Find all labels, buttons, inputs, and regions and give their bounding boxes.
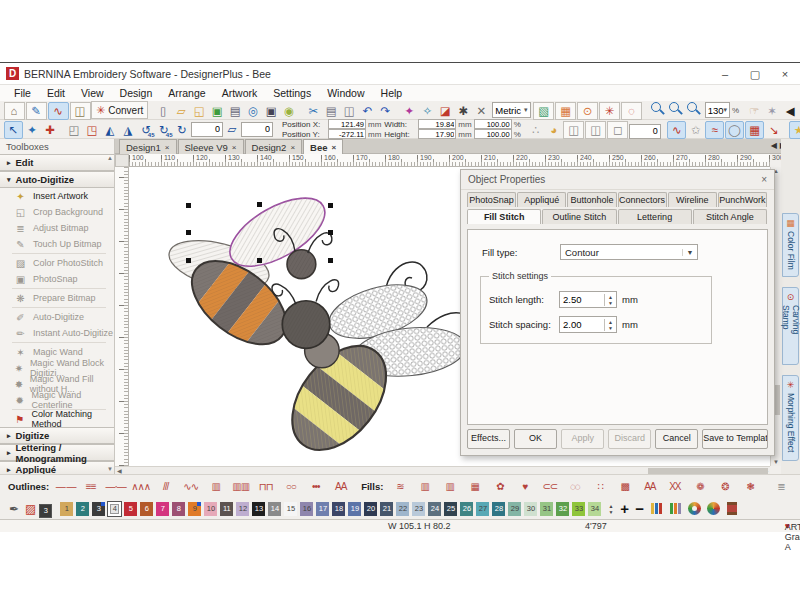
- color-swatch-22[interactable]: 22: [396, 502, 409, 516]
- star-outline-icon[interactable]: ✩: [687, 122, 704, 138]
- portfolio-icon[interactable]: ⌂: [4, 102, 25, 120]
- wave-run-icon[interactable]: ∿∿: [179, 477, 202, 497]
- menu-view[interactable]: View: [73, 87, 112, 99]
- triple-outline-icon[interactable]: ≡≡: [79, 477, 102, 497]
- color-swatch-19[interactable]: 19: [348, 502, 361, 516]
- cut-icon[interactable]: ✂: [305, 103, 322, 119]
- tools-icon[interactable]: ✕: [473, 103, 490, 119]
- add-color-button[interactable]: +: [620, 500, 629, 517]
- document-tab-sleeve-v9[interactable]: Sleeve V9×: [178, 139, 244, 154]
- design-library-icon[interactable]: ◫: [70, 102, 91, 120]
- cross-stitch-fill-icon[interactable]: XX: [663, 477, 686, 497]
- palette-spinner[interactable]: ▲▼: [608, 503, 613, 515]
- color-swatch-26[interactable]: 26: [460, 502, 473, 516]
- selection-handle[interactable]: [186, 203, 191, 208]
- pattern-fill-icon[interactable]: ▦: [745, 121, 764, 139]
- color-swatch-29[interactable]: 29: [508, 502, 521, 516]
- color-swatch-8[interactable]: 8: [172, 502, 185, 516]
- color-swatch-25[interactable]: 25: [444, 502, 457, 516]
- selection-handle[interactable]: [186, 258, 191, 263]
- width-input[interactable]: [418, 119, 456, 129]
- machine-write-icon[interactable]: ◉: [281, 103, 298, 119]
- toolbox-item-auto-digitize[interactable]: ✐Auto-Digitize: [0, 309, 114, 325]
- candlewicking-fill-icon[interactable]: ∷: [588, 477, 611, 497]
- sidebar-scroll-down-icon[interactable]: ▼: [107, 466, 113, 472]
- raised-satin-icon[interactable]: ▥▥: [229, 477, 252, 497]
- insert-artwork-icon[interactable]: ✦: [401, 103, 418, 119]
- motif-run-icon[interactable]: ≈: [705, 121, 724, 139]
- spray-adjust-icon[interactable]: ∴: [527, 122, 544, 138]
- carving-circle-icon[interactable]: ◌: [621, 102, 642, 120]
- fill-type-select[interactable]: Contour▼: [560, 244, 698, 260]
- color-swatch-3[interactable]: 3: [92, 502, 105, 516]
- oval-tool-icon[interactable]: ◯: [725, 121, 744, 139]
- pattern-fill-aa-icon[interactable]: AA: [638, 477, 661, 497]
- document-tab-design1[interactable]: Design1×: [119, 139, 177, 154]
- single-outline-icon[interactable]: — —: [54, 477, 77, 497]
- undo-icon[interactable]: ↶: [359, 103, 376, 119]
- dialog-tab-wireline[interactable]: Wireline: [668, 192, 717, 207]
- tab-close-icon[interactable]: ×: [331, 143, 336, 152]
- polygon-select-icon[interactable]: ✦: [24, 122, 41, 138]
- mirror-vertical-icon[interactable]: ◮: [120, 122, 137, 138]
- rotate-free-icon[interactable]: ↻: [174, 122, 191, 138]
- dialog-button-ok[interactable]: OK: [514, 429, 557, 449]
- zoom-box-icon[interactable]: [667, 100, 684, 116]
- dock-tab-morphing-effect[interactable]: ✳Morphing Effect: [782, 375, 799, 461]
- lacework-fill-icon[interactable]: ▩: [613, 477, 636, 497]
- backstitch-icon[interactable]: ∧∧∧: [129, 477, 152, 497]
- rotate-cw-45-icon[interactable]: ↻45: [156, 122, 173, 138]
- color-swatch-5[interactable]: 5: [124, 502, 137, 516]
- stitch-angle-input[interactable]: [629, 124, 661, 139]
- toolbox-section-auto-digitize[interactable]: ▾Auto-Digitize: [0, 171, 114, 188]
- pan-hand-icon[interactable]: ☞: [746, 103, 763, 119]
- hoop-medium-icon[interactable]: ◫: [585, 121, 606, 139]
- weave-effect-icon[interactable]: ≣: [769, 477, 792, 497]
- color-swatch-23[interactable]: 23: [412, 502, 425, 516]
- lace-flower-1-icon[interactable]: ❁: [688, 477, 711, 497]
- toolbox-item-color-photostitch[interactable]: ▨Color PhotoStitch: [0, 255, 114, 271]
- hoop-small-icon[interactable]: ◫: [563, 121, 584, 139]
- color-swatch-7[interactable]: 7: [156, 502, 169, 516]
- color-swatch-31[interactable]: 31: [540, 502, 553, 516]
- menu-help[interactable]: Help: [373, 87, 411, 99]
- stamp-icon[interactable]: ⊙: [577, 102, 598, 120]
- dialog-tab-buttonhole[interactable]: Buttonhole: [567, 192, 616, 207]
- color-swatch-16[interactable]: 16: [300, 502, 313, 516]
- select-arrow-icon[interactable]: ↖: [4, 121, 23, 139]
- insert-embroidery-icon[interactable]: ✧: [419, 103, 436, 119]
- toolbox-item-touch-up-bitmap[interactable]: ✎Touch Up Bitmap: [0, 236, 114, 252]
- settings-gear-icon[interactable]: ✱: [455, 103, 472, 119]
- color-swatch-9[interactable]: 9: [188, 502, 201, 516]
- scale-x-input[interactable]: [474, 119, 512, 129]
- color-swatch-14[interactable]: 14: [268, 502, 281, 516]
- minimize-button[interactable]: –: [710, 64, 740, 84]
- color-film-strip-icon[interactable]: ▦: [555, 102, 576, 120]
- color-swatch-4[interactable]: 4: [108, 502, 121, 516]
- paste-icon[interactable]: ◫: [341, 103, 358, 119]
- previous-design-icon[interactable]: ◀: [782, 103, 799, 119]
- color-swatch-6[interactable]: 6: [140, 502, 153, 516]
- menu-design[interactable]: Design: [112, 87, 161, 99]
- color-swatch-1[interactable]: 1: [60, 502, 73, 516]
- dialog-tab-punchwork[interactable]: PunchWork: [718, 192, 767, 207]
- selection-handle[interactable]: [328, 203, 333, 208]
- toolbox-item-photosnap[interactable]: ▣PhotoSnap: [0, 271, 114, 287]
- toolbox-item-crop-background[interactable]: ◱Crop Background: [0, 204, 114, 220]
- measure-icon[interactable]: ✶: [764, 103, 781, 119]
- lace-flower-2-icon[interactable]: ❂: [713, 477, 736, 497]
- toolbox-item-prepare-bitmap[interactable]: ❋Prepare Bitmap: [0, 290, 114, 306]
- print-preview-icon[interactable]: ◎: [245, 103, 262, 119]
- skew-angle-input[interactable]: [241, 122, 273, 137]
- menu-file[interactable]: File: [6, 87, 39, 99]
- show-artwork-icon[interactable]: ▧: [533, 102, 554, 120]
- dock-tab-carving-stamp[interactable]: ⊙Carving Stamp: [782, 287, 799, 365]
- fill-bucket-icon[interactable]: ▨: [25, 502, 36, 516]
- selection-handle[interactable]: [257, 202, 262, 207]
- units-select[interactable]: Metric▾: [492, 102, 530, 118]
- thread-spool-icon[interactable]: [727, 502, 737, 515]
- scale-width-icon[interactable]: ◰: [66, 122, 83, 138]
- zoom-1to1-icon[interactable]: [649, 100, 666, 116]
- position-x-input[interactable]: [328, 119, 366, 129]
- tab-close-icon[interactable]: ×: [232, 143, 237, 152]
